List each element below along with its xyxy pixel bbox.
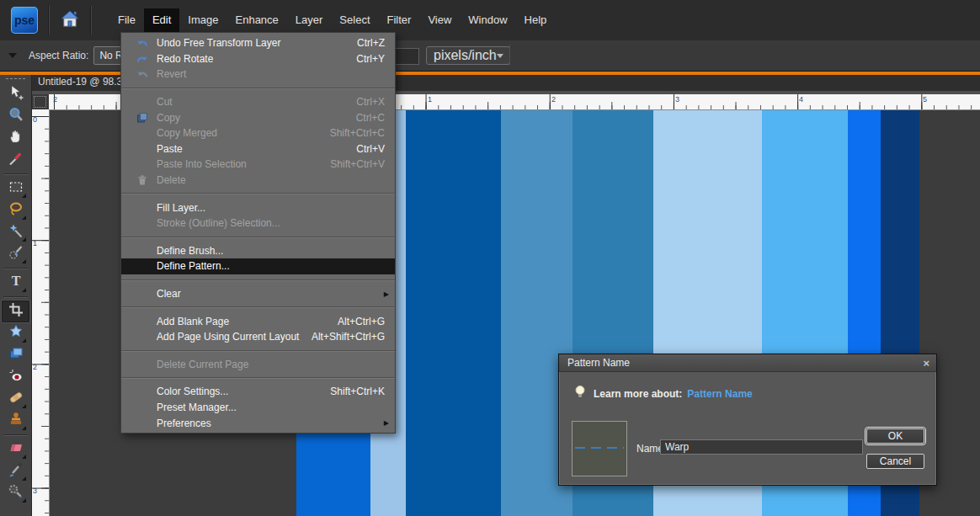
quick-selection-tool-icon: [8, 244, 24, 264]
ruler-label: 2: [551, 95, 556, 104]
units-value: pixels/inch: [434, 48, 497, 62]
magic-wand-tool-icon: [8, 222, 24, 242]
menu-item-stroke-selection[interactable]: Stroke (Outline) Selection...: [121, 215, 395, 231]
learn-more-label: Learn more about:: [594, 388, 682, 400]
dropdown-arrow-icon: [497, 54, 503, 58]
titlebar-divider: [48, 6, 50, 35]
menu-edit[interactable]: Edit: [144, 8, 179, 32]
dialog-close-icon[interactable]: ×: [923, 358, 929, 369]
options-divider: [509, 45, 510, 66]
menu-separator: [121, 306, 395, 308]
canvas-stripe: [406, 109, 501, 516]
menu-item-color-settings[interactable]: Color Settings... Shift+Ctrl+K: [121, 384, 395, 400]
ruler-label: 2: [33, 363, 37, 371]
menu-item-delete[interactable]: Delete: [121, 173, 395, 189]
ok-button[interactable]: OK: [866, 428, 924, 444]
eyedropper-tool-icon: [8, 150, 24, 170]
lightbulb-icon: [574, 385, 586, 402]
menu-file[interactable]: File: [109, 8, 144, 32]
smart-brush-tool-icon: [8, 483, 24, 503]
tool-recompose[interactable]: [2, 344, 29, 366]
tool-brush[interactable]: [2, 460, 29, 482]
menu-item-redo[interactable]: Redo Rotate Ctrl+Y: [121, 51, 395, 67]
tool-clone-stamp[interactable]: [2, 410, 29, 432]
menu-separator: [121, 193, 395, 194]
tool-palette: T: [0, 74, 32, 516]
vruler-inch-ticks: [31, 109, 49, 516]
pattern-name-input[interactable]: [660, 439, 863, 455]
learn-more-row: Learn more about: Pattern Name: [574, 385, 753, 402]
edit-menu-panel: Undo Free Transform Layer Ctrl+Z Redo Ro…: [120, 32, 396, 434]
app-window: 212345 0123 Untitled-19 @ 98.3%: [0, 0, 980, 516]
menu-image[interactable]: Image: [179, 8, 226, 32]
menu-item-define-pattern[interactable]: Define Pattern...: [121, 258, 395, 274]
tool-lasso[interactable]: [2, 199, 29, 221]
pattern-preview-dashes: [575, 447, 624, 449]
learn-more-link[interactable]: Pattern Name: [687, 388, 752, 400]
tool-marquee[interactable]: [2, 178, 29, 199]
tool-red-eye[interactable]: [2, 366, 29, 388]
menu-separator: [121, 279, 395, 281]
menu-select[interactable]: Select: [331, 8, 378, 32]
tool-quick-selection[interactable]: [2, 243, 29, 265]
cookie-cutter-tool-icon: [8, 323, 24, 343]
menu-help[interactable]: Help: [516, 8, 556, 32]
vertical-ruler: 0123: [31, 109, 50, 516]
ruler-label: 0: [33, 115, 37, 124]
toolbar-separator: [3, 173, 28, 175]
tool-smart-brush[interactable]: [2, 482, 29, 504]
menu-item-preferences[interactable]: Preferences ▶: [121, 415, 395, 431]
menu-item-add-page-current-layout[interactable]: Add Page Using Current Layout Alt+Shift+…: [121, 329, 395, 345]
menu-view[interactable]: View: [419, 8, 460, 32]
tool-move[interactable]: [2, 83, 29, 105]
menu-item-clear[interactable]: Clear ▶: [121, 286, 395, 302]
menu-item-delete-current-page[interactable]: Delete Current Page: [121, 357, 395, 373]
menu-item-copy[interactable]: Copy Ctrl+C: [121, 109, 395, 125]
brush-tool-icon: [8, 461, 24, 481]
palette-grip[interactable]: [5, 77, 27, 80]
tool-eraser[interactable]: [2, 439, 29, 460]
menu-enhance[interactable]: Enhance: [227, 8, 287, 32]
toolbar-separator: [3, 268, 28, 269]
tool-magic-wand[interactable]: [2, 221, 29, 243]
menu-item-define-brush[interactable]: Define Brush...: [121, 243, 395, 259]
tool-zoom[interactable]: [2, 105, 29, 127]
tool-crop[interactable]: [2, 301, 29, 322]
home-icon: [60, 8, 80, 32]
menu-item-revert[interactable]: Revert: [121, 66, 395, 82]
tool-cookie-cutter[interactable]: [2, 322, 29, 344]
ruler-origin-box: [34, 96, 46, 108]
menu-item-paste[interactable]: Paste Ctrl+V: [121, 141, 395, 157]
options-collapse-arrow-icon[interactable]: [8, 53, 17, 58]
zoom-tool-icon: [8, 106, 24, 126]
units-dropdown[interactable]: pixels/inch: [426, 46, 510, 65]
home-button[interactable]: [57, 8, 83, 33]
menu-layer[interactable]: Layer: [287, 8, 332, 32]
menu-item-add-blank-page[interactable]: Add Blank Page Alt+Ctrl+G: [121, 313, 395, 329]
copy-icon: [133, 111, 152, 125]
tool-type[interactable]: T: [2, 272, 29, 294]
red-eye-tool-icon: [8, 367, 24, 387]
dialog-title: Pattern Name: [567, 357, 630, 369]
eraser-tool-icon: [8, 439, 24, 460]
menu-item-fill-layer[interactable]: Fill Layer...: [121, 199, 395, 215]
pse-logo[interactable]: pse: [11, 7, 38, 34]
menu-filter[interactable]: Filter: [379, 8, 420, 32]
document-tab[interactable]: Untitled-19 @ 98.3%: [38, 76, 131, 88]
spot-healing-tool-icon: [8, 389, 24, 409]
menu-item-cut[interactable]: Cut Ctrl+X: [121, 94, 395, 110]
menu-item-paste-into-selection[interactable]: Paste Into Selection Shift+Ctrl+V: [121, 157, 395, 173]
tool-spot-healing[interactable]: [2, 388, 29, 410]
ruler-label: 3: [675, 95, 679, 104]
tool-hand[interactable]: [2, 127, 29, 149]
toolbar-separator: [3, 296, 28, 298]
marquee-tool-icon: [8, 178, 24, 199]
menu-item-preset-manager[interactable]: Preset Manager...: [121, 400, 395, 416]
cancel-button[interactable]: Cancel: [866, 454, 924, 469]
redo-icon: [133, 52, 152, 66]
dialog-titlebar[interactable]: Pattern Name ×: [559, 354, 936, 372]
menu-item-copy-merged[interactable]: Copy Merged Shift+Ctrl+C: [121, 125, 395, 141]
menu-item-undo[interactable]: Undo Free Transform Layer Ctrl+Z: [121, 35, 395, 51]
menu-window[interactable]: Window: [460, 8, 515, 32]
tool-eyedropper[interactable]: [2, 149, 29, 171]
